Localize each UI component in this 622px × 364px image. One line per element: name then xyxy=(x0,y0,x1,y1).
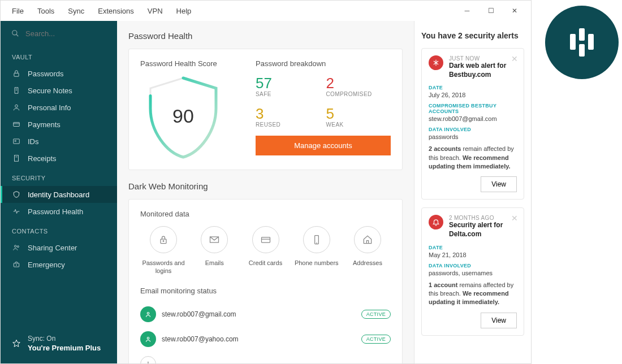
mon-emails[interactable]: Emails xyxy=(191,226,237,275)
alert-label: DATE xyxy=(429,245,517,250)
status-badge: ACTIVE xyxy=(361,335,391,344)
mon-phone-numbers[interactable]: Phone numbers xyxy=(293,226,340,275)
close-icon[interactable]: ✕ xyxy=(511,214,518,223)
sidebar-item-label: Personal Info xyxy=(28,103,71,112)
section-security: SECURITY xyxy=(1,167,117,186)
app-window: File Tools Sync Extensions VPN Help ─ ☐ … xyxy=(0,0,532,364)
id-icon xyxy=(12,137,21,146)
minimize-button[interactable]: ─ xyxy=(455,3,479,19)
note-icon xyxy=(12,86,21,95)
svg-point-14 xyxy=(163,241,164,242)
score-title: Password Health Score xyxy=(140,59,248,68)
brand-logo xyxy=(545,6,619,79)
dwm-card: Monitored data Passwords and logins Emai… xyxy=(128,199,403,363)
breakdown-reused: 3REUSED xyxy=(256,105,321,128)
email-row: stew.rob007@yahoo.comACTIVE xyxy=(140,327,391,352)
email-row: stew.rob007@gmail.comACTIVE xyxy=(140,302,391,327)
alert-data-involved: passwords xyxy=(429,133,517,140)
sidebar-item-label: IDs xyxy=(28,137,39,146)
svg-line-1 xyxy=(16,34,19,37)
view-button[interactable]: View xyxy=(481,313,517,328)
svg-rect-24 xyxy=(579,44,585,57)
alerts-panel: You have 2 security alerts ✕ JUST NOW Da… xyxy=(414,21,531,363)
monitored-title: Monitored data xyxy=(140,210,391,218)
alert-label: DATA INVOLVED xyxy=(429,263,517,268)
sidebar-item-payments[interactable]: Payments xyxy=(1,116,117,133)
sidebar-item-password-health[interactable]: Password Health xyxy=(1,203,117,220)
section-contacts: CONTACTS xyxy=(1,220,117,239)
plan-status: You're Premium Plus xyxy=(28,344,101,352)
lock-icon xyxy=(12,69,21,78)
alert-card: ✕ JUST NOW Dark web alert for Bestbuy.co… xyxy=(421,48,524,200)
search-input[interactable] xyxy=(25,29,120,38)
svg-point-21 xyxy=(147,337,149,339)
svg-point-0 xyxy=(12,31,17,35)
avatar-icon xyxy=(140,306,156,322)
menu-tools[interactable]: Tools xyxy=(31,3,61,19)
close-icon[interactable]: ✕ xyxy=(511,54,518,63)
mon-passwords[interactable]: Passwords and logins xyxy=(140,226,187,275)
sidebar-item-personal-info[interactable]: Personal Info xyxy=(1,99,117,116)
maximize-button[interactable]: ☐ xyxy=(479,3,503,19)
menu-extensions[interactable]: Extensions xyxy=(91,3,141,19)
avatar-icon xyxy=(140,331,156,347)
svg-rect-2 xyxy=(14,73,19,76)
menu-vpn[interactable]: VPN xyxy=(141,3,170,19)
card-icon xyxy=(12,120,21,129)
sidebar-item-ids[interactable]: IDs xyxy=(1,133,117,150)
menu-file[interactable]: File xyxy=(5,3,31,19)
svg-point-3 xyxy=(15,105,18,107)
breakdown-weak: 5WEAK xyxy=(326,105,391,128)
mon-credit-cards[interactable]: Credit cards xyxy=(243,226,289,275)
mail-icon xyxy=(201,226,228,253)
sidebar-item-label: Secure Notes xyxy=(28,86,72,95)
add-email-button[interactable]: + xyxy=(140,356,156,363)
alert-time: 2 MONTHS AGO xyxy=(449,215,517,221)
sidebar: VAULT Passwords Secure Notes Personal In… xyxy=(1,21,117,363)
shield-icon xyxy=(12,190,21,199)
menu-help[interactable]: Help xyxy=(170,3,198,19)
home-icon xyxy=(354,226,381,253)
alert-description: 1 account remains affected by this breac… xyxy=(429,281,517,307)
sidebar-footer: Sync: On You're Premium Plus xyxy=(1,326,117,363)
alert-label: COMPROMISED BESTBUY ACCOUNTS xyxy=(429,103,517,114)
sidebar-item-identity-dashboard[interactable]: Identity Dashboard xyxy=(1,186,117,203)
sidebar-item-passwords[interactable]: Passwords xyxy=(1,65,117,82)
alert-account: stew.rob007@gmail.com xyxy=(429,115,517,122)
alert-label: DATE xyxy=(429,85,517,90)
search-icon xyxy=(11,29,20,38)
people-icon xyxy=(12,243,21,252)
page-title: Password Health xyxy=(128,31,403,41)
sidebar-item-sharing-center[interactable]: Sharing Center xyxy=(1,239,117,256)
mon-addresses[interactable]: Addresses xyxy=(344,226,391,275)
search-row[interactable] xyxy=(1,21,117,46)
alert-description: 2 accounts remain affected by this breac… xyxy=(429,145,517,171)
lock-icon xyxy=(150,226,177,253)
dwm-title: Dark Web Monitoring xyxy=(128,181,403,191)
alert-card: ✕ 2 MONTHS AGO Security alert for Delta.… xyxy=(421,207,524,335)
svg-rect-6 xyxy=(14,139,20,144)
view-button[interactable]: View xyxy=(481,176,517,192)
receipt-icon xyxy=(12,154,21,163)
breakdown-title: Password breakdown xyxy=(256,59,391,68)
app-body: VAULT Passwords Secure Notes Personal In… xyxy=(1,21,531,363)
window-controls: ─ ☐ ✕ xyxy=(455,3,526,19)
alert-date: May 21, 2018 xyxy=(429,252,517,258)
sidebar-item-label: Password Health xyxy=(28,207,83,216)
close-button[interactable]: ✕ xyxy=(503,3,526,19)
menu-sync[interactable]: Sync xyxy=(61,3,91,19)
sidebar-item-label: Passwords xyxy=(28,70,64,78)
svg-rect-22 xyxy=(570,34,576,50)
sidebar-item-emergency[interactable]: Emergency xyxy=(1,256,117,273)
star-icon xyxy=(12,339,21,348)
svg-point-11 xyxy=(17,246,19,248)
sidebar-item-secure-notes[interactable]: Secure Notes xyxy=(1,82,117,99)
asterisk-icon xyxy=(429,55,443,70)
status-badge: ACTIVE xyxy=(361,310,391,319)
breakdown-safe: 57SAFE xyxy=(256,75,321,97)
sidebar-item-label: Emergency xyxy=(28,261,65,269)
svg-point-10 xyxy=(15,245,17,248)
pulse-icon xyxy=(12,207,21,216)
manage-accounts-button[interactable]: Manage accounts xyxy=(256,136,391,155)
sidebar-item-receipts[interactable]: Receipts xyxy=(1,150,117,167)
